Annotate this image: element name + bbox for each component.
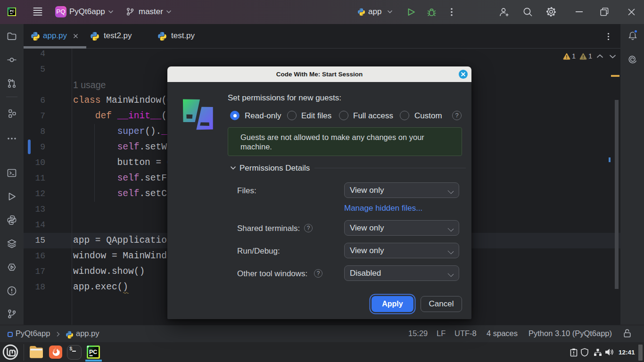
svg-text:PC: PC: [89, 349, 97, 355]
svg-text:PC: PC: [10, 9, 15, 13]
